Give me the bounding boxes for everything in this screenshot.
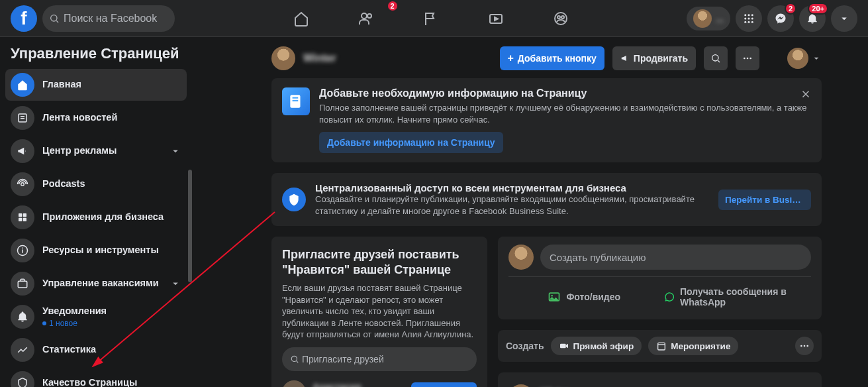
svg-point-2: [362, 13, 367, 19]
invite-button[interactable]: Пригласить: [411, 382, 477, 387]
goto-business-suite-button[interactable]: Перейти в Business S...: [718, 190, 811, 210]
compose-card: Создать публикацию Фото/видео Получать с…: [498, 237, 822, 319]
bell-icon: [11, 305, 34, 329]
sidebar-item-page-quality[interactable]: Качество Страницы: [5, 367, 187, 387]
messenger-button[interactable]: 2: [767, 5, 794, 32]
svg-point-33: [747, 58, 749, 60]
svg-point-34: [749, 58, 751, 60]
svg-point-0: [51, 15, 57, 21]
top-nav: f Поиск на Facebook 2 ... 2 20+: [0, 0, 868, 37]
sidebar-title: Управление Страницей: [5, 42, 187, 69]
invite-friends-card: Пригласите друзей поставить "Нравится" в…: [271, 237, 487, 387]
add-button-button[interactable]: +Добавить кнопку: [500, 46, 604, 70]
svg-line-41: [297, 361, 299, 363]
sidebar-item-podcasts[interactable]: Podcasts: [5, 168, 187, 200]
tab-pages[interactable]: [401, 3, 461, 34]
business-suite-card: Централизованный доступ ко всем инструме…: [271, 173, 822, 226]
messenger-icon: [775, 13, 787, 25]
chevron-down-icon: [169, 278, 181, 290]
sidebar-item-ad-center[interactable]: Центр рекламы: [5, 135, 187, 167]
scrollbar[interactable]: [188, 170, 192, 282]
tab-home[interactable]: [271, 3, 331, 34]
close-icon: [800, 88, 812, 100]
svg-rect-24: [19, 218, 22, 221]
sidebar-item-notifications[interactable]: Уведомления1 новое: [5, 301, 187, 333]
newsfeed-icon: [11, 106, 34, 130]
create-row-card: Создать Прямой эфир Мероприятие: [498, 330, 822, 362]
create-more-button[interactable]: [795, 337, 814, 355]
sidebar-item-newsfeed[interactable]: Лента новостей: [5, 102, 187, 134]
event-button[interactable]: Мероприятие: [648, 337, 738, 355]
create-label: Создать: [506, 341, 544, 351]
svg-marker-45: [565, 344, 567, 349]
calendar-icon: [656, 341, 667, 351]
compose-whatsapp[interactable]: Получать сообщения в WhatsApp: [660, 282, 812, 311]
add-info-cta[interactable]: Добавьте информацию на Страницу: [319, 132, 503, 153]
search-icon: [290, 355, 299, 364]
info-icon: [11, 239, 34, 262]
svg-rect-44: [560, 344, 566, 349]
page-avatar[interactable]: [271, 46, 295, 70]
profile-chip[interactable]: ...: [687, 7, 730, 30]
search-icon: [710, 53, 721, 64]
svg-point-43: [552, 295, 554, 297]
image-icon: [548, 290, 561, 304]
info-card-title: Добавьте необходимую информацию на Стран…: [319, 87, 811, 99]
compose-input[interactable]: Создать публикацию: [540, 245, 811, 270]
svg-point-48: [800, 345, 802, 347]
sidebar-item-business-apps[interactable]: Приложения для бизнеса: [5, 201, 187, 233]
global-search-input[interactable]: Поиск на Facebook: [42, 5, 175, 32]
svg-rect-27: [22, 250, 23, 253]
live-button[interactable]: Прямой эфир: [551, 337, 642, 355]
close-button[interactable]: [796, 85, 815, 103]
svg-point-13: [748, 17, 750, 19]
svg-point-12: [744, 17, 746, 19]
right-nav: ... 2 20+: [687, 5, 857, 32]
svg-point-15: [744, 21, 746, 23]
groups-icon: [553, 11, 569, 27]
chevron-down-icon: [838, 13, 850, 25]
svg-point-32: [744, 58, 746, 60]
home-icon: [293, 11, 309, 27]
svg-marker-5: [495, 17, 498, 21]
tab-friends[interactable]: 2: [336, 3, 396, 34]
svg-point-21: [21, 183, 24, 186]
svg-rect-46: [658, 343, 665, 351]
svg-point-30: [712, 55, 718, 61]
page-search-button[interactable]: [704, 46, 728, 70]
tab-groups[interactable]: [531, 3, 591, 34]
svg-rect-28: [22, 248, 23, 249]
sidebar-item-home[interactable]: Главная: [5, 69, 187, 101]
chevron-down-icon: [169, 145, 181, 157]
tab-watch[interactable]: [466, 3, 526, 34]
facebook-logo[interactable]: f: [11, 5, 37, 32]
main-content: Winter +Добавить кнопку Продвигать Добав…: [192, 37, 868, 387]
sidebar-item-insights[interactable]: Статистика: [5, 334, 187, 366]
watch-icon: [488, 11, 504, 27]
menu-button[interactable]: [736, 5, 762, 32]
flag-icon: [423, 11, 439, 27]
view-as-dropdown[interactable]: [787, 48, 822, 69]
friends-icon: [358, 11, 374, 27]
sidebar-item-resources[interactable]: Ресурсы и инструменты: [5, 235, 187, 266]
compose-photo-video[interactable]: Фото/видео: [508, 282, 660, 311]
notifications-button[interactable]: 20+: [799, 5, 826, 32]
avatar[interactable]: [508, 384, 534, 387]
page-more-button[interactable]: [736, 46, 759, 70]
friends-badge: 2: [387, 0, 399, 12]
page-name[interactable]: Winter: [303, 52, 336, 64]
svg-point-3: [367, 14, 371, 18]
promote-button[interactable]: Продвигать: [612, 46, 696, 70]
sidebar: Управление Страницей Главная Лента новос…: [0, 37, 192, 387]
invite-search-input[interactable]: Пригласите друзей: [282, 347, 477, 371]
sidebar-item-jobs[interactable]: Управление вакансиями: [5, 268, 187, 300]
account-button[interactable]: [831, 5, 857, 32]
grid-icon: [743, 13, 755, 25]
svg-point-11: [751, 14, 753, 16]
shield-icon: [11, 371, 34, 387]
biz-card-title: Централизованный доступ ко всем инструме…: [315, 182, 709, 194]
post-card: Winter Кем опубликовано: Алия Аглиуллина…: [498, 372, 822, 387]
camera-icon: [559, 341, 569, 351]
dots-icon: [742, 53, 753, 64]
svg-rect-36: [293, 97, 299, 99]
